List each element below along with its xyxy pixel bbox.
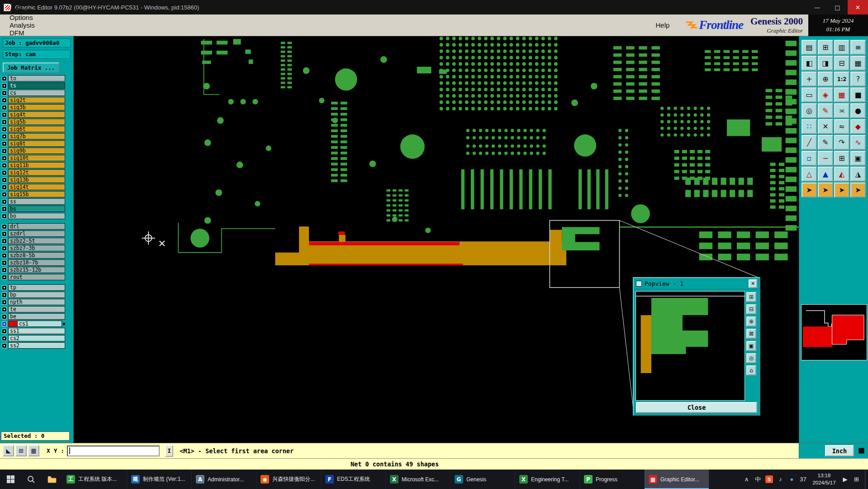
layer-name-sig4t[interactable]: sig4t xyxy=(8,111,65,118)
taskbar-item-eds-system[interactable]: FEDS工程系统 xyxy=(321,470,386,489)
layer-visibility-cs2[interactable] xyxy=(2,336,7,341)
taskbar-item-engineering-system[interactable]: 工工程系统 版本... xyxy=(62,470,127,489)
layer-name-szbz2-5t[interactable]: szbz2-5t xyxy=(8,238,65,244)
layer-row-cs1[interactable]: cs1 xyxy=(2,320,65,327)
layer-row-sig5b[interactable]: sig5b xyxy=(2,118,65,125)
taskbar-item-progress[interactable]: PProgress xyxy=(580,470,645,489)
layer-visibility-sig9b[interactable] xyxy=(2,149,7,153)
layer-name-rout[interactable]: rout xyxy=(8,274,65,280)
layer-row-sig15b[interactable]: sig15b xyxy=(2,191,65,198)
layer-row-sig11b[interactable]: sig11b xyxy=(2,162,65,169)
layer-visibility-drl[interactable] xyxy=(2,224,7,229)
select-tool[interactable]: ➤ xyxy=(802,182,817,197)
layer-name-sig12t[interactable]: sig12t xyxy=(8,169,65,176)
frame-tool[interactable]: ▭ xyxy=(802,87,817,102)
taskbar-clock[interactable]: 13:18 2024/5/17 xyxy=(809,472,840,486)
popview-fit-button[interactable]: ▣ xyxy=(746,341,756,351)
shade-right-tool[interactable]: ◨ xyxy=(818,56,833,71)
marker-tool[interactable]: ◆ xyxy=(850,119,866,134)
layer-row-sig2t[interactable]: sig2t xyxy=(2,96,65,104)
layer-row-bp[interactable]: bp xyxy=(2,291,65,298)
layer-row-sig12t[interactable]: sig12t xyxy=(2,169,65,176)
job-matrix-button[interactable]: Job Matrix ... xyxy=(3,62,59,72)
taskbar-item-excel[interactable]: XMicrosoft Exc... xyxy=(386,470,451,489)
layer-name-tp[interactable]: tp xyxy=(8,284,65,291)
grid-view-tool[interactable]: ⊞ xyxy=(818,40,833,55)
layer-row-tp[interactable]: tp xyxy=(2,284,65,291)
search-button[interactable] xyxy=(21,470,42,489)
layer-name-bp[interactable]: bp xyxy=(8,292,65,298)
input-panel-icon[interactable]: ⊞ xyxy=(851,470,862,489)
layer-row-sig10t[interactable]: sig10t xyxy=(2,154,65,162)
file-explorer-button[interactable] xyxy=(42,470,62,489)
minimize-button[interactable]: — xyxy=(807,0,827,14)
layer-row-sig6t[interactable]: sig6t xyxy=(2,125,65,133)
filled-rect-tool[interactable]: ■ xyxy=(850,87,866,102)
layer-visibility-sig15b[interactable] xyxy=(2,192,7,197)
layer-name-sig7b[interactable]: sig7b xyxy=(8,133,65,139)
layer-row-bo[interactable]: bo xyxy=(2,212,65,220)
layer-visibility-npth[interactable] xyxy=(2,300,7,305)
filled-circle-tool[interactable]: ● xyxy=(850,103,866,118)
arc-tool[interactable]: ↷ xyxy=(834,135,849,150)
taskbar-item-genesis[interactable]: GGenesis xyxy=(451,470,515,489)
table-red-tool[interactable]: ▦ xyxy=(834,87,849,102)
popview-center-button[interactable]: ⊕ xyxy=(746,316,756,326)
layer-row-szbz10-7b[interactable]: szbz10-7b xyxy=(2,259,65,266)
layer-name-ss[interactable]: ss xyxy=(8,198,65,205)
close-button[interactable]: ✕ xyxy=(848,0,868,14)
dash-pair-tool[interactable]: ≍ xyxy=(834,103,849,118)
layer-row-sig3b[interactable]: sig3b xyxy=(2,104,65,111)
small-pad-tool[interactable]: ▫ xyxy=(802,151,817,166)
layer-name-sig8t[interactable]: sig8t xyxy=(8,140,65,147)
ring-tool[interactable]: ◎ xyxy=(802,103,817,118)
menu-options[interactable]: Options xyxy=(5,14,42,21)
menu-analysis[interactable]: Analysis xyxy=(5,21,42,29)
layer-row-npth[interactable]: npth xyxy=(2,298,65,306)
popview-close-icon[interactable]: ✕ xyxy=(749,279,757,288)
triangle-right-tool[interactable]: ◮ xyxy=(850,167,866,182)
layer-visibility-szbz8-5b[interactable] xyxy=(2,253,7,258)
menu-help[interactable]: Help xyxy=(651,14,675,36)
layer-visibility-bo[interactable] xyxy=(2,214,7,219)
layer-visibility-sig4t[interactable] xyxy=(2,112,7,117)
pencil-tool[interactable]: ✎ xyxy=(818,135,833,150)
temperature-badge[interactable]: 37 xyxy=(797,470,809,489)
layer-name-sig9b[interactable]: sig9b xyxy=(8,148,65,154)
file-tool[interactable]: ▤ xyxy=(802,40,817,55)
sketch-tool[interactable]: ✎ xyxy=(818,103,833,118)
layer-row-szdrl[interactable]: szdrl xyxy=(2,230,65,237)
layer-row-te[interactable]: te xyxy=(2,306,65,313)
network-icon[interactable]: ● xyxy=(786,470,797,489)
layer-name-te[interactable]: te xyxy=(8,306,65,312)
layer-row-to[interactable]: to xyxy=(2,75,65,82)
show-desktop-button[interactable] xyxy=(865,470,868,489)
taskbar-item-engineering-t[interactable]: XEngineering T... xyxy=(515,470,580,489)
layer-row-rout[interactable]: rout xyxy=(2,273,65,281)
layer-name-ts[interactable]: ts xyxy=(8,82,65,89)
popview-close-button[interactable]: Close xyxy=(636,402,757,413)
layer-visibility-be[interactable] xyxy=(2,314,7,319)
layer-visibility-szbz10-7b[interactable] xyxy=(2,260,7,265)
layer-name-szbz8-5b[interactable]: szbz8-5b xyxy=(8,252,65,259)
maximize-button[interactable]: □ xyxy=(827,0,848,14)
layer-name-sig15b[interactable]: sig15b xyxy=(8,191,65,197)
menu-edit[interactable]: Edit xyxy=(5,0,42,6)
layer-name-sig13b[interactable]: sig13b xyxy=(8,177,65,183)
snap-mode-button[interactable]: ◣ xyxy=(3,445,14,456)
layer-row-sig4t[interactable]: sig4t xyxy=(2,111,65,118)
layer-name-sig5b[interactable]: sig5b xyxy=(8,119,65,125)
layer-row-bs[interactable]: bs xyxy=(2,205,65,212)
layer-visibility-sig10t[interactable] xyxy=(2,156,7,161)
popview-target-button[interactable]: ◎ xyxy=(746,353,756,363)
layer-row-sig9b[interactable]: sig9b xyxy=(2,147,65,154)
start-button[interactable] xyxy=(0,470,21,489)
layer-row-szbz8-5b[interactable]: szbz8-5b xyxy=(2,252,65,259)
layer-visibility-rout[interactable] xyxy=(2,275,7,280)
layer-row-be[interactable]: be xyxy=(2,313,65,320)
layer-name-ss1[interactable]: ss1 xyxy=(8,328,65,334)
layer-visibility-szbz7-3b[interactable] xyxy=(2,246,7,251)
layer-name-drl[interactable]: drl xyxy=(8,223,65,230)
layer-visibility-sig7b[interactable] xyxy=(2,134,7,139)
layer-row-cs[interactable]: cs xyxy=(2,89,65,96)
